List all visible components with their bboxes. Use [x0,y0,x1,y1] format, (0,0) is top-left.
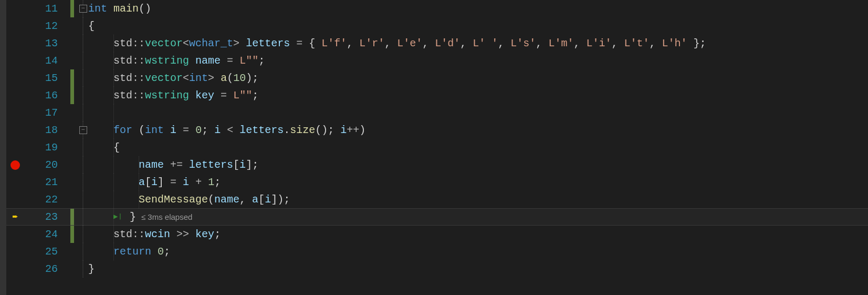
code-line[interactable]: 14 std::wstring name = L""; [6,52,868,69]
line-number: 15 [24,69,69,87]
line-number: 21 [24,174,69,191]
change-marker-gutter [69,69,78,87]
change-marker-gutter [69,87,78,104]
change-marker-gutter [69,191,78,208]
change-marker-gutter [69,52,78,69]
breakpoint-gutter-cell[interactable] [6,17,24,35]
code-text[interactable]: SendMessage(name, a[i]); [88,191,290,208]
outline-gutter-cell[interactable]: − [78,0,88,17]
change-marker-icon [70,0,74,17]
change-marker-gutter [69,243,78,260]
code-text[interactable]: std::vector<int> a(10); [88,69,258,87]
outline-gutter-cell[interactable] [78,243,88,260]
code-line[interactable]: 24 std::wcin >> key; [6,226,868,243]
code-line[interactable]: 25 return 0; [6,243,868,260]
line-number: 18 [24,121,69,139]
code-line[interactable]: 16 std::wstring key = L""; [6,87,868,104]
line-number: 14 [24,52,69,69]
code-text[interactable]: std::wstring key = L""; [88,87,258,104]
change-marker-icon [70,87,74,104]
code-text[interactable]: std::vector<wchar_t> letters = { L'f', L… [88,35,706,52]
outline-gutter-cell[interactable] [78,52,88,69]
breakpoint-gutter-cell[interactable] [6,69,24,87]
outline-gutter-cell[interactable] [78,191,88,208]
change-marker-gutter [69,0,78,17]
code-text[interactable]: std::wstring name = L""; [88,52,265,69]
change-marker-icon [70,69,74,87]
code-line[interactable]: 26} [6,260,868,278]
outline-gutter-cell[interactable] [78,87,88,104]
line-number: 22 [24,191,69,208]
change-marker-gutter [69,121,78,139]
code-line[interactable]: 13 std::vector<wchar_t> letters = { L'f'… [6,35,868,52]
breakpoint-gutter-cell[interactable] [6,87,24,104]
code-text[interactable]: for (int i = 0; i < letters.size(); i++) [88,121,365,139]
change-marker-gutter [69,104,78,121]
breakpoint-gutter-cell[interactable] [6,0,24,17]
line-number: 13 [24,35,69,52]
breakpoint-gutter-cell[interactable] [6,52,24,69]
outline-gutter-cell[interactable] [78,69,88,87]
breakpoint-gutter-cell[interactable] [6,174,24,191]
code-text[interactable]: { [88,139,120,156]
code-line[interactable]: 11−int main() [6,0,868,17]
code-text[interactable]: int main() [88,0,151,17]
breakpoint-gutter-cell[interactable] [6,35,24,52]
change-marker-gutter [69,35,78,52]
line-number: 20 [24,156,69,174]
line-number: 12 [24,17,69,35]
left-margin-strip [0,0,6,295]
code-text[interactable]: return 0; [88,243,170,260]
indent-guide [113,104,114,121]
change-marker-icon [70,226,74,243]
breakpoint-gutter-cell[interactable] [6,260,24,278]
code-text[interactable]: ▶❘ }≤ 3ms elapsed [88,208,192,226]
outline-gutter-cell[interactable] [78,226,88,243]
breakpoint-gutter-cell[interactable] [6,104,24,121]
outline-gutter-cell[interactable] [78,174,88,191]
breakpoint-gutter-cell[interactable] [6,243,24,260]
outline-gutter-cell[interactable] [78,139,88,156]
change-marker-gutter [69,17,78,35]
code-line[interactable]: 15 std::vector<int> a(10); [6,69,868,87]
line-number: 19 [24,139,69,156]
code-line[interactable]: 12{ [6,17,868,35]
code-text[interactable]: { [88,17,95,35]
breakpoint-gutter-cell[interactable] [6,139,24,156]
breakpoint-icon[interactable] [11,160,20,170]
change-marker-gutter [69,139,78,156]
outline-gutter-cell[interactable] [78,260,88,278]
outline-gutter-cell[interactable] [78,156,88,174]
code-line[interactable]: 20 name += letters[i]; [6,156,868,174]
code-line[interactable]: 22 SendMessage(name, a[i]); [6,191,868,208]
outline-gutter-cell[interactable] [78,17,88,35]
code-line[interactable]: 19 { [6,139,868,156]
run-to-click-icon[interactable]: ▶❘ [113,212,122,221]
outline-gutter-cell[interactable] [78,35,88,52]
code-text[interactable]: a[i] = i + 1; [88,174,221,191]
breakpoint-gutter-cell[interactable] [6,191,24,208]
breakpoint-gutter-cell[interactable] [6,156,24,174]
line-number: 24 [24,226,69,243]
line-number: 26 [24,260,69,278]
code-text[interactable]: name += letters[i]; [88,156,258,174]
code-text[interactable]: std::wcin >> key; [88,226,221,243]
collapse-icon[interactable]: − [79,5,87,13]
collapse-icon[interactable]: − [79,126,87,134]
outline-gutter-cell[interactable]: − [78,121,88,139]
code-text[interactable]: } [88,260,95,278]
change-marker-gutter [69,226,78,243]
code-editor[interactable]: 11−int main()12{13 std::vector<wchar_t> … [0,0,868,295]
line-number: 11 [24,0,69,17]
line-number: 16 [24,87,69,104]
change-marker-gutter [69,260,78,278]
code-line[interactable]: 21 a[i] = i + 1; [6,174,868,191]
code-line[interactable]: 18− for (int i = 0; i < letters.size(); … [6,121,868,139]
line-number: 17 [24,104,69,121]
perf-codelens[interactable]: ≤ 3ms elapsed [141,212,192,221]
code-line[interactable]: 17 [6,104,868,121]
outline-gutter-cell[interactable] [78,104,88,121]
outline-gutter-cell[interactable] [78,208,88,226]
breakpoint-gutter-cell[interactable] [6,226,24,243]
breakpoint-gutter-cell[interactable] [6,121,24,139]
